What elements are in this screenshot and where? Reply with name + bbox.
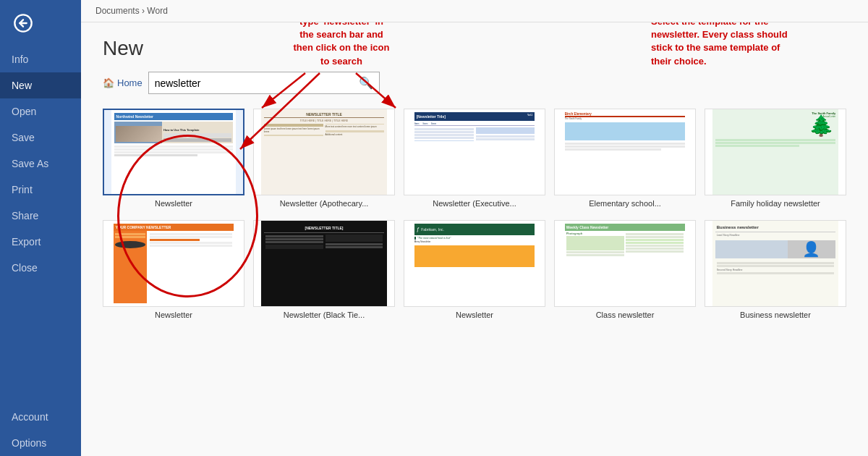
template-apothecary[interactable]: NEWSLETTER TITLE TITLE HERE | TITLE HERE…	[253, 109, 395, 208]
home-label: Home	[117, 77, 142, 88]
template-label-business: Business newsletter	[740, 310, 811, 320]
template-label-blacktie: Newsletter (Black Tie...	[284, 310, 365, 320]
sidebar-item-info[interactable]: Info	[0, 46, 81, 72]
sidebar-item-export[interactable]: Export	[0, 229, 81, 255]
template-thumb-elementary: Birch Elementary The Smith Family	[554, 109, 696, 195]
sidebar-item-share[interactable]: Share	[0, 203, 81, 229]
template-thumb-newsletter-1: Northwind Newsletter How to Use This Tem…	[103, 109, 244, 195]
template-thumb-blacktie: [NEWSLETTER TITLE]	[253, 220, 395, 307]
template-label-holiday: Family holiday newsletter	[731, 198, 820, 208]
template-thumb-class: Weekly Class Newsletter Photograph	[554, 220, 696, 307]
template-thumb-company: YOUR COMPANY NEWSLETTER	[103, 220, 244, 307]
content-area: New 🏠 Home 🔍 Northwind Newsletter	[81, 22, 868, 456]
home-icon: 🏠	[103, 77, 114, 88]
sidebar-item-new[interactable]: New	[0, 72, 81, 98]
sidebar-item-account[interactable]: Account	[0, 404, 81, 430]
sidebar-nav: Info New Open Save Save As Print Share E…	[0, 46, 81, 404]
templates-grid: Northwind Newsletter How to Use This Tem…	[103, 109, 846, 321]
sidebar-bottom: Account Options	[0, 404, 81, 456]
search-box: 🔍	[148, 72, 380, 94]
home-link[interactable]: 🏠 Home	[103, 77, 142, 88]
template-label-executive: Newsletter (Executive...	[433, 198, 516, 208]
template-label-company: Newsletter	[155, 310, 192, 320]
template-thumb-business: Business newsletter Lead Story Headline …	[705, 220, 846, 307]
template-blacktie[interactable]: [NEWSLETTER TITLE] Newsletter (Black Tie…	[253, 220, 395, 320]
sidebar-item-print[interactable]: Print	[0, 177, 81, 203]
template-elementary[interactable]: Birch Elementary The Smith Family Elemen…	[554, 109, 696, 208]
template-thumb-holiday: The Smith Family Annual Letter 🌲	[705, 109, 846, 195]
template-thumb-executive: [Newsletter Title] Vol.1 ItemItemItem	[404, 109, 545, 195]
template-thumb-fabrikam: ƒ Fabrikam, Inc. "The most natural food …	[404, 220, 545, 307]
template-label-newsletter-1: Newsletter	[155, 198, 192, 208]
sidebar-item-close[interactable]: Close	[0, 255, 81, 281]
template-fabrikam[interactable]: ƒ Fabrikam, Inc. "The most natural food …	[404, 220, 545, 320]
sidebar: Info New Open Save Save As Print Share E…	[0, 0, 81, 456]
back-button[interactable]	[0, 0, 81, 46]
search-input[interactable]	[149, 74, 353, 93]
template-label-apothecary: Newsletter (Apothecary...	[280, 198, 369, 208]
template-thumb-apothecary: NEWSLETTER TITLE TITLE HERE | TITLE HERE…	[253, 109, 395, 195]
template-label-fabrikam: Newsletter	[456, 310, 493, 320]
sidebar-item-open[interactable]: Open	[0, 98, 81, 124]
main-content: Documents › Word New 🏠 Home 🔍 Northwind …	[81, 0, 868, 456]
sidebar-item-save[interactable]: Save	[0, 124, 81, 151]
sidebar-item-save-as[interactable]: Save As	[0, 151, 81, 177]
template-class[interactable]: Weekly Class Newsletter Photograph	[554, 220, 696, 320]
breadcrumb: Documents › Word	[95, 6, 168, 16]
template-holiday[interactable]: The Smith Family Annual Letter 🌲 Family …	[705, 109, 846, 208]
search-button[interactable]: 🔍	[353, 72, 379, 93]
page-title: New	[103, 37, 846, 60]
search-row: 🏠 Home 🔍	[103, 72, 846, 94]
template-company[interactable]: YOUR COMPANY NEWSLETTER	[103, 220, 244, 320]
topbar: Documents › Word	[81, 0, 868, 22]
template-label-elementary: Elementary school...	[589, 198, 661, 208]
sidebar-item-options[interactable]: Options	[0, 430, 81, 456]
template-label-class: Class newsletter	[596, 310, 655, 320]
template-newsletter-1[interactable]: Northwind Newsletter How to Use This Tem…	[103, 109, 244, 208]
template-business[interactable]: Business newsletter Lead Story Headline …	[705, 220, 846, 320]
template-executive[interactable]: [Newsletter Title] Vol.1 ItemItemItem	[404, 109, 545, 208]
